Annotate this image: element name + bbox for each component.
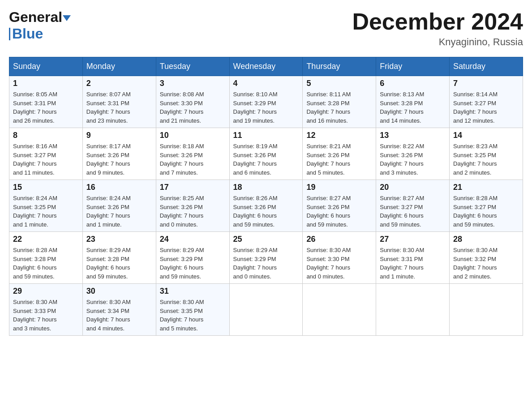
table-row: 21 Sunrise: 8:28 AMSunset: 3:27 PMDaylig… xyxy=(450,180,523,232)
table-row: 25 Sunrise: 8:29 AMSunset: 3:29 PMDaylig… xyxy=(229,232,303,284)
day-info: Sunrise: 8:19 AMSunset: 3:26 PMDaylight:… xyxy=(233,142,299,177)
calendar-week-1: 1 Sunrise: 8:05 AMSunset: 3:31 PMDayligh… xyxy=(9,76,523,128)
day-info: Sunrise: 8:29 AMSunset: 3:29 PMDaylight:… xyxy=(233,246,299,281)
day-number: 15 xyxy=(13,183,79,192)
day-number: 7 xyxy=(453,79,519,88)
table-row xyxy=(303,284,376,336)
table-row xyxy=(376,284,450,336)
table-row: 4 Sunrise: 8:10 AMSunset: 3:29 PMDayligh… xyxy=(229,76,303,128)
table-row: 15 Sunrise: 8:24 AMSunset: 3:25 PMDaylig… xyxy=(9,180,83,232)
day-number: 13 xyxy=(380,131,446,140)
table-row: 22 Sunrise: 8:28 AMSunset: 3:28 PMDaylig… xyxy=(9,232,83,284)
day-number: 31 xyxy=(160,287,226,296)
table-row: 29 Sunrise: 8:30 AMSunset: 3:33 PMDaylig… xyxy=(9,284,83,336)
calendar-week-4: 22 Sunrise: 8:28 AMSunset: 3:28 PMDaylig… xyxy=(9,232,523,284)
table-row: 11 Sunrise: 8:19 AMSunset: 3:26 PMDaylig… xyxy=(229,128,303,180)
logo-blue-text: Blue xyxy=(12,26,43,42)
day-info: Sunrise: 8:25 AMSunset: 3:26 PMDaylight:… xyxy=(160,194,226,229)
day-info: Sunrise: 8:24 AMSunset: 3:26 PMDaylight:… xyxy=(86,194,152,229)
table-row: 8 Sunrise: 8:16 AMSunset: 3:27 PMDayligh… xyxy=(9,128,83,180)
table-row: 12 Sunrise: 8:21 AMSunset: 3:26 PMDaylig… xyxy=(303,128,376,180)
table-row: 16 Sunrise: 8:24 AMSunset: 3:26 PMDaylig… xyxy=(82,180,156,232)
col-monday: Monday xyxy=(82,57,156,76)
day-number: 28 xyxy=(453,235,519,244)
table-row: 10 Sunrise: 8:18 AMSunset: 3:26 PMDaylig… xyxy=(156,128,229,180)
day-info: Sunrise: 8:30 AMSunset: 3:30 PMDaylight:… xyxy=(306,246,372,281)
calendar-week-3: 15 Sunrise: 8:24 AMSunset: 3:25 PMDaylig… xyxy=(9,180,523,232)
day-number: 30 xyxy=(86,287,152,296)
day-number: 20 xyxy=(380,183,446,192)
col-tuesday: Tuesday xyxy=(156,57,229,76)
day-info: Sunrise: 8:30 AMSunset: 3:33 PMDaylight:… xyxy=(13,298,79,333)
day-number: 26 xyxy=(306,235,372,244)
day-number: 17 xyxy=(160,183,226,192)
table-row: 1 Sunrise: 8:05 AMSunset: 3:31 PMDayligh… xyxy=(9,76,83,128)
day-info: Sunrise: 8:21 AMSunset: 3:26 PMDaylight:… xyxy=(306,142,372,177)
logo-bar-icon xyxy=(9,28,10,40)
day-info: Sunrise: 8:17 AMSunset: 3:26 PMDaylight:… xyxy=(86,142,152,177)
table-row: 14 Sunrise: 8:23 AMSunset: 3:25 PMDaylig… xyxy=(450,128,523,180)
table-row xyxy=(450,284,523,336)
table-row: 27 Sunrise: 8:30 AMSunset: 3:31 PMDaylig… xyxy=(376,232,450,284)
day-info: Sunrise: 8:05 AMSunset: 3:31 PMDaylight:… xyxy=(13,90,79,125)
day-info: Sunrise: 8:13 AMSunset: 3:28 PMDaylight:… xyxy=(380,90,446,125)
day-info: Sunrise: 8:29 AMSunset: 3:28 PMDaylight:… xyxy=(86,246,152,281)
day-info: Sunrise: 8:30 AMSunset: 3:35 PMDaylight:… xyxy=(160,298,226,333)
table-row: 13 Sunrise: 8:22 AMSunset: 3:26 PMDaylig… xyxy=(376,128,450,180)
calendar-table: Sunday Monday Tuesday Wednesday Thursday… xyxy=(9,57,523,336)
col-friday: Friday xyxy=(376,57,450,76)
day-number: 9 xyxy=(86,131,152,140)
day-info: Sunrise: 8:28 AMSunset: 3:28 PMDaylight:… xyxy=(13,246,79,281)
calendar-header-row: Sunday Monday Tuesday Wednesday Thursday… xyxy=(9,57,523,76)
table-row: 6 Sunrise: 8:13 AMSunset: 3:28 PMDayligh… xyxy=(376,76,450,128)
day-number: 19 xyxy=(306,183,372,192)
day-info: Sunrise: 8:07 AMSunset: 3:31 PMDaylight:… xyxy=(86,90,152,125)
day-number: 27 xyxy=(380,235,446,244)
day-info: Sunrise: 8:18 AMSunset: 3:26 PMDaylight:… xyxy=(160,142,226,177)
day-number: 6 xyxy=(380,79,446,88)
table-row: 28 Sunrise: 8:30 AMSunset: 3:32 PMDaylig… xyxy=(450,232,523,284)
day-number: 5 xyxy=(306,79,372,88)
table-row: 3 Sunrise: 8:08 AMSunset: 3:30 PMDayligh… xyxy=(156,76,229,128)
day-number: 8 xyxy=(13,131,79,140)
table-row: 20 Sunrise: 8:27 AMSunset: 3:27 PMDaylig… xyxy=(376,180,450,232)
month-title: December 2024 xyxy=(352,9,523,34)
table-row: 19 Sunrise: 8:27 AMSunset: 3:26 PMDaylig… xyxy=(303,180,376,232)
location-text: Knyaginino, Russia xyxy=(352,36,523,48)
day-info: Sunrise: 8:24 AMSunset: 3:25 PMDaylight:… xyxy=(13,194,79,229)
table-row: 30 Sunrise: 8:30 AMSunset: 3:34 PMDaylig… xyxy=(82,284,156,336)
day-number: 22 xyxy=(13,235,79,244)
day-info: Sunrise: 8:30 AMSunset: 3:34 PMDaylight:… xyxy=(86,298,152,333)
col-saturday: Saturday xyxy=(450,57,523,76)
calendar-week-2: 8 Sunrise: 8:16 AMSunset: 3:27 PMDayligh… xyxy=(9,128,523,180)
logo-general-text: General xyxy=(9,9,62,26)
col-thursday: Thursday xyxy=(303,57,376,76)
table-row: 23 Sunrise: 8:29 AMSunset: 3:28 PMDaylig… xyxy=(82,232,156,284)
day-number: 12 xyxy=(306,131,372,140)
day-info: Sunrise: 8:27 AMSunset: 3:26 PMDaylight:… xyxy=(306,194,372,229)
day-number: 3 xyxy=(160,79,226,88)
day-number: 29 xyxy=(13,287,79,296)
table-row: 31 Sunrise: 8:30 AMSunset: 3:35 PMDaylig… xyxy=(156,284,229,336)
day-number: 2 xyxy=(86,79,152,88)
table-row: 7 Sunrise: 8:14 AMSunset: 3:27 PMDayligh… xyxy=(450,76,523,128)
day-number: 4 xyxy=(233,79,299,88)
day-number: 11 xyxy=(233,131,299,140)
day-info: Sunrise: 8:26 AMSunset: 3:26 PMDaylight:… xyxy=(233,194,299,229)
day-info: Sunrise: 8:29 AMSunset: 3:29 PMDaylight:… xyxy=(160,246,226,281)
table-row: 24 Sunrise: 8:29 AMSunset: 3:29 PMDaylig… xyxy=(156,232,229,284)
day-number: 10 xyxy=(160,131,226,140)
day-number: 24 xyxy=(160,235,226,244)
day-number: 14 xyxy=(453,131,519,140)
day-number: 23 xyxy=(86,235,152,244)
day-number: 18 xyxy=(233,183,299,192)
day-number: 16 xyxy=(86,183,152,192)
col-sunday: Sunday xyxy=(9,57,83,76)
col-wednesday: Wednesday xyxy=(229,57,303,76)
title-section: December 2024 Knyaginino, Russia xyxy=(352,9,523,48)
table-row: 17 Sunrise: 8:25 AMSunset: 3:26 PMDaylig… xyxy=(156,180,229,232)
page-header: General Blue December 2024 Knyaginino, R… xyxy=(9,9,523,48)
day-info: Sunrise: 8:22 AMSunset: 3:26 PMDaylight:… xyxy=(380,142,446,177)
day-number: 25 xyxy=(233,235,299,244)
day-info: Sunrise: 8:08 AMSunset: 3:30 PMDaylight:… xyxy=(160,90,226,125)
